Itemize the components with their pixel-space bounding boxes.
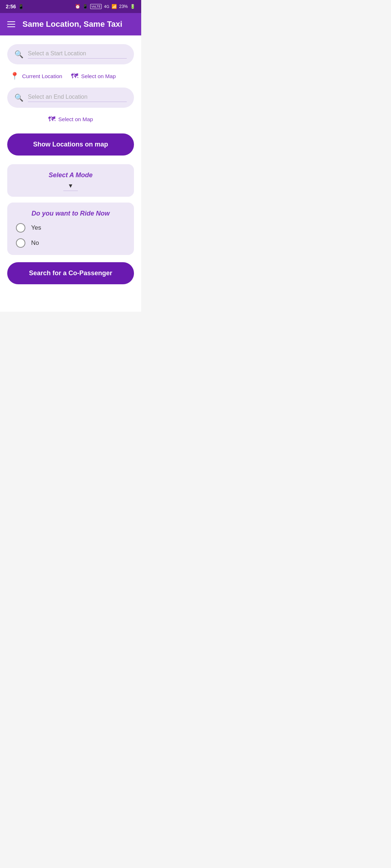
status-bar-right: ⏰ 📱 VoLTE 4G 📶 23% 🔋: [75, 4, 135, 9]
signal-icon: 📶: [112, 4, 117, 9]
app-header: Same Location, Same Taxi: [0, 13, 141, 35]
current-location-button[interactable]: 📍 Current Location: [10, 72, 62, 80]
sim-icon: 📱: [18, 4, 24, 9]
alarm-icon: ⏰: [75, 4, 80, 9]
search-copassenger-button[interactable]: Search for a Co-Passenger: [7, 262, 134, 284]
show-locations-button[interactable]: Show Locations on map: [7, 133, 134, 156]
start-search-icon: 🔍: [14, 50, 24, 59]
end-select-on-map-label: Select on Map: [58, 116, 93, 122]
menu-button[interactable]: [7, 21, 15, 27]
end-location-container: 🔍: [7, 88, 134, 108]
network-badge: 4G: [104, 4, 109, 9]
ride-now-card: Do you want to Ride Now Yes No: [7, 203, 134, 255]
ride-now-no-option[interactable]: No: [16, 238, 125, 248]
start-location-container: 🔍: [7, 44, 134, 64]
main-content: 🔍 📍 Current Location 🗺 Select on Map 🔍 🗺…: [0, 35, 141, 312]
ride-now-no-label: No: [31, 239, 39, 247]
pin-icon: 📍: [10, 72, 19, 80]
mode-dropdown[interactable]: ▼: [63, 183, 78, 191]
end-search-icon: 🔍: [14, 93, 24, 102]
map-icon-start: 🗺: [71, 72, 78, 80]
ride-now-yes-label: Yes: [31, 224, 41, 231]
battery-text: 23%: [119, 4, 128, 9]
battery-icon: 🔋: [130, 4, 135, 9]
app-title: Same Location, Same Taxi: [22, 20, 122, 29]
ride-now-yes-option[interactable]: Yes: [16, 223, 125, 233]
mode-select-title: Select A Mode: [49, 171, 93, 179]
ride-now-no-radio[interactable]: [16, 238, 25, 248]
status-bar: 2:56 📱 ⏰ 📱 VoLTE 4G 📶 23% 🔋: [0, 0, 141, 13]
ride-now-yes-radio[interactable]: [16, 223, 25, 233]
end-location-input[interactable]: [28, 94, 127, 102]
end-select-on-map-button[interactable]: 🗺 Select on Map: [7, 114, 134, 125]
start-select-on-map-button[interactable]: 🗺 Select on Map: [71, 72, 116, 80]
current-location-label: Current Location: [22, 73, 62, 79]
start-location-actions: 📍 Current Location 🗺 Select on Map: [7, 70, 134, 82]
status-time: 2:56: [6, 4, 16, 9]
start-location-input[interactable]: [28, 50, 127, 59]
map-icon-end: 🗺: [48, 115, 55, 123]
mode-select-card: Select A Mode ▼: [7, 164, 134, 197]
status-bar-left: 2:56 📱: [6, 4, 24, 9]
start-select-on-map-label: Select on Map: [81, 73, 116, 79]
ride-now-title: Do you want to Ride Now: [16, 210, 125, 217]
phone-icon: 📱: [83, 4, 88, 9]
volte-badge: VoLTE: [90, 4, 102, 9]
